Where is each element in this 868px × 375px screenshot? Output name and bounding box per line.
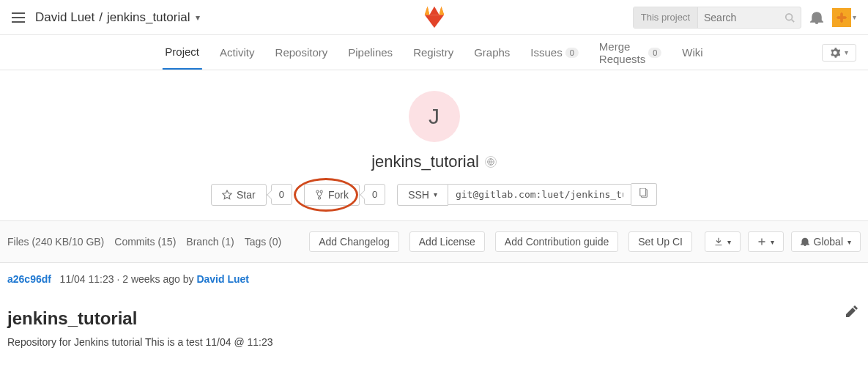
breadcrumb-owner[interactable]: David Luet bbox=[35, 10, 94, 25]
fork-icon bbox=[315, 190, 324, 200]
breadcrumb-separator: / bbox=[99, 10, 103, 25]
bell-icon bbox=[801, 237, 809, 246]
tab-pipelines[interactable]: Pipelines bbox=[345, 35, 396, 70]
commit-sha[interactable]: a26c96df bbox=[7, 273, 51, 285]
setup-ci-button[interactable]: Set Up CI bbox=[628, 231, 692, 252]
tags-stat[interactable]: Tags (0) bbox=[245, 236, 282, 248]
branch-stat[interactable]: Branch (1) bbox=[186, 236, 234, 248]
bell-icon[interactable] bbox=[810, 11, 823, 24]
copy-url-button[interactable] bbox=[631, 183, 657, 206]
add-changelog-button[interactable]: Add Changelog bbox=[309, 231, 399, 252]
star-group: Star 0 bbox=[211, 184, 292, 206]
search-group[interactable]: This project bbox=[633, 7, 801, 29]
add-menu[interactable]: ▾ bbox=[748, 231, 784, 252]
chevron-down-icon: ▾ bbox=[771, 238, 774, 246]
star-button[interactable]: Star bbox=[211, 184, 267, 206]
fork-count[interactable]: 0 bbox=[364, 184, 385, 205]
pencil-icon[interactable] bbox=[846, 305, 858, 317]
chevron-down-icon: ▾ bbox=[434, 190, 437, 198]
breadcrumb-project[interactable]: jenkins_tutorial bbox=[107, 10, 190, 25]
add-license-button[interactable]: Add License bbox=[409, 231, 485, 252]
avatar bbox=[832, 8, 851, 27]
chevron-down-icon: ▾ bbox=[727, 238, 731, 246]
commits-stat[interactable]: Commits (15) bbox=[114, 236, 176, 248]
settings-menu[interactable]: ▾ bbox=[822, 44, 856, 62]
tab-wiki[interactable]: Wiki bbox=[679, 35, 705, 70]
tab-project[interactable]: Project bbox=[162, 35, 202, 70]
project-avatar: J bbox=[409, 91, 460, 142]
user-menu[interactable]: ▾ bbox=[832, 8, 856, 27]
chevron-down-icon: ▾ bbox=[845, 48, 848, 56]
project-nav-tabs: Project Activity Repository Pipelines Re… bbox=[162, 35, 705, 70]
search-scope-label[interactable]: This project bbox=[634, 7, 698, 28]
svg-point-0 bbox=[786, 13, 793, 20]
svg-point-5 bbox=[316, 190, 319, 193]
notification-menu[interactable]: Global ▾ bbox=[791, 231, 861, 252]
download-icon bbox=[714, 237, 723, 246]
tab-graphs[interactable]: Graphs bbox=[471, 35, 513, 70]
breadcrumb[interactable]: David Luet / jenkins_tutorial ▾ bbox=[35, 10, 200, 25]
plus-icon bbox=[757, 237, 766, 246]
search-input[interactable] bbox=[698, 12, 779, 23]
clone-group: SSH ▾ bbox=[397, 183, 657, 206]
gear-icon bbox=[830, 48, 840, 58]
issues-count-badge: 0 bbox=[565, 48, 579, 58]
add-contribution-button[interactable]: Add Contribution guide bbox=[495, 231, 618, 252]
search-icon[interactable] bbox=[779, 12, 801, 23]
chevron-down-icon: ▾ bbox=[853, 13, 856, 21]
globe-icon bbox=[485, 156, 497, 168]
svg-point-6 bbox=[320, 190, 322, 193]
tab-registry[interactable]: Registry bbox=[410, 35, 456, 70]
fork-button[interactable]: Fork bbox=[304, 184, 360, 206]
commit-relative-time: 2 weeks ago bbox=[122, 273, 180, 285]
commit-author[interactable]: David Luet bbox=[196, 273, 249, 285]
tab-repository[interactable]: Repository bbox=[272, 35, 331, 70]
hamburger-icon[interactable] bbox=[12, 12, 26, 23]
tab-issues[interactable]: Issues0 bbox=[527, 35, 581, 70]
chevron-down-icon[interactable]: ▾ bbox=[196, 12, 200, 23]
last-commit-row: a26c96df 11/04 11:23 · 2 weeks ago by Da… bbox=[0, 263, 868, 295]
gitlab-logo-icon[interactable] bbox=[422, 4, 447, 31]
files-stat[interactable]: Files (240 KB/10 GB) bbox=[7, 236, 104, 248]
clipboard-icon bbox=[639, 188, 649, 198]
star-icon bbox=[222, 190, 232, 200]
tab-merge-requests[interactable]: Merge Requests0 bbox=[596, 35, 665, 70]
svg-rect-9 bbox=[640, 188, 646, 196]
svg-point-7 bbox=[318, 196, 320, 198]
project-title: jenkins_tutorial bbox=[371, 152, 497, 171]
clone-url-input[interactable] bbox=[448, 184, 631, 205]
download-menu[interactable]: ▾ bbox=[705, 231, 741, 252]
commit-time: 11/04 11:23 bbox=[60, 273, 114, 285]
readme-body: Repository for Jenkins tutorial This is … bbox=[7, 336, 861, 348]
clone-protocol-dropdown[interactable]: SSH ▾ bbox=[397, 184, 448, 206]
tab-activity[interactable]: Activity bbox=[217, 35, 258, 70]
fork-group: Fork 0 bbox=[304, 184, 385, 206]
chevron-down-icon: ▾ bbox=[847, 238, 851, 246]
readme-title: jenkins_tutorial bbox=[7, 308, 861, 329]
star-count[interactable]: 0 bbox=[271, 184, 292, 205]
mr-count-badge: 0 bbox=[648, 48, 661, 58]
